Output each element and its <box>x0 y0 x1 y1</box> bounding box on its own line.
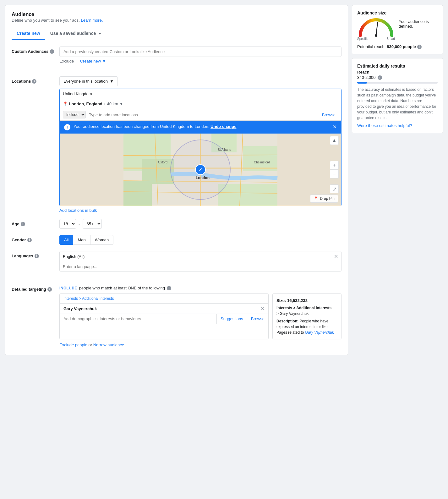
tab-saved-audience[interactable]: Use a saved audience ▼ <box>45 28 107 40</box>
radius-arrow: ▼ <box>119 101 123 106</box>
london-chip: 📍 London, England + 40 km ▼ <box>60 99 341 109</box>
languages-label: Languages i <box>12 251 56 258</box>
detailed-targeting-section: Detailed targeting i INCLUDE people who … <box>12 286 341 348</box>
gender-all-button[interactable]: All <box>59 235 73 245</box>
drop-pin-button[interactable]: 📍 Drop Pin <box>310 195 338 203</box>
reach-value: 340-2,000 i <box>357 75 438 80</box>
page-title: Audience <box>12 12 341 17</box>
languages-row: Languages i English (All) ✕ <box>12 251 341 271</box>
exclude-narrow-row: Exclude people or Narrow audience <box>59 339 341 348</box>
age-info-icon[interactable]: i <box>21 222 25 226</box>
age-content: 18 - 65+ <box>59 219 341 229</box>
detailed-targeting-info-icon[interactable]: i <box>47 287 52 292</box>
svg-line-21 <box>376 22 378 36</box>
custom-audiences-content: Exclude | Create new ▼ <box>59 47 341 63</box>
exclude-people-link[interactable]: Exclude people <box>59 343 87 347</box>
audience-actions: Exclude | Create new ▼ <box>59 59 341 63</box>
svg-text:Chelmsford: Chelmsford <box>254 161 270 164</box>
interests-breadcrumb[interactable]: Interests > Additional interests <box>60 294 268 304</box>
interest-search-input[interactable] <box>60 314 216 324</box>
language-input[interactable] <box>60 262 341 271</box>
create-new-link[interactable]: Create new ▼ <box>80 59 106 63</box>
add-locations-bulk-link[interactable]: Add locations in bulk <box>59 208 97 213</box>
estimated-results-title: Estimated daily results <box>357 63 438 69</box>
tooltip-interests: Interests > Additional interests > Gary … <box>276 305 337 316</box>
gender-row: Gender i All Men Women <box>12 235 341 245</box>
gauge-container: Specific Broad Your audience is defined. <box>357 17 438 41</box>
svg-text:✓: ✓ <box>199 167 202 172</box>
language-remove-icon[interactable]: ✕ <box>334 254 338 260</box>
reach-progress-bar <box>357 82 438 84</box>
suggestions-link[interactable]: Suggestions <box>217 314 247 324</box>
map-svg: ✓ Oxford St Albans Chelmsford London <box>60 134 341 206</box>
age-dash: - <box>79 222 80 227</box>
language-tag: English (All) <box>63 254 85 259</box>
dropdown-arrow: ▼ <box>110 79 114 84</box>
gender-women-button[interactable]: Women <box>90 235 114 245</box>
tab-saved-arrow: ▼ <box>98 32 101 36</box>
detailed-targeting-content: INCLUDE people who match at least ONE of… <box>59 286 341 348</box>
languages-content: English (All) ✕ <box>59 251 341 271</box>
detailed-targeting-match-info-icon[interactable]: i <box>167 286 171 290</box>
gender-info-icon[interactable]: i <box>27 238 32 242</box>
reach-label: Reach <box>357 70 438 74</box>
potential-reach-info-icon[interactable]: i <box>417 45 422 49</box>
interest-remove-icon[interactable]: ✕ <box>261 306 265 311</box>
undo-link[interactable]: Undo change <box>210 124 236 129</box>
locations-label: Locations i <box>12 76 56 84</box>
location-pin-icon: 📍 <box>63 101 68 106</box>
detailed-box-wrapper: Interests > Additional interests Gary Va… <box>59 293 341 339</box>
tab-create-new[interactable]: Create new <box>12 28 45 40</box>
map-fullscreen-icon[interactable]: ⤢ <box>330 184 339 193</box>
gauge-broad-label: Broad <box>386 37 395 41</box>
audience-header: Audience Define who you want to see your… <box>12 12 341 23</box>
languages-info-icon[interactable]: i <box>35 254 39 258</box>
interest-input-row: Suggestions Browse <box>60 314 268 324</box>
divider: | <box>76 59 77 63</box>
include-select[interactable]: Include <box>63 111 86 118</box>
tooltip-desc-label: Description: <box>276 319 298 323</box>
age-max-select[interactable]: 65+ <box>83 219 102 229</box>
gauge-specific-label: Specific <box>357 37 368 41</box>
svg-text:St Albans: St Albans <box>218 148 231 151</box>
narrow-audience-link[interactable]: Narrow audience <box>93 343 124 347</box>
custom-audiences-info-icon[interactable]: i <box>50 49 54 54</box>
exclude-link[interactable]: Exclude <box>59 59 74 63</box>
interest-name: Gary Vaynerchuk <box>63 306 97 311</box>
location-search-input[interactable] <box>88 111 320 118</box>
learn-more-link[interactable]: Learn more. <box>81 18 103 23</box>
gender-buttons: All Men Women <box>59 235 341 245</box>
age-row: Age i 18 - 65+ <box>12 219 341 229</box>
location-type-dropdown[interactable]: Everyone in this location ▼ <box>59 76 118 86</box>
custom-audiences-input[interactable] <box>59 47 341 57</box>
browse-interests-link[interactable]: Browse <box>247 314 268 324</box>
age-label: Age i <box>12 219 56 226</box>
helpful-link[interactable]: Were these estimates helpful? <box>357 123 438 128</box>
location-map: ✓ Oxford St Albans Chelmsford London ▲ <box>60 134 341 206</box>
reach-info-icon[interactable]: i <box>378 75 382 80</box>
potential-reach: Potential reach: 830,000 people i <box>357 44 438 49</box>
detailed-interests-box: Interests > Additional interests Gary Va… <box>59 293 269 339</box>
gauge-wrapper: Specific Broad <box>357 17 395 41</box>
gender-men-button[interactable]: Men <box>73 235 90 245</box>
language-tag-row: English (All) ✕ <box>60 251 341 262</box>
notif-text: Your audience location has been changed … <box>74 124 330 129</box>
map-zoom-in-button[interactable]: + <box>330 161 339 170</box>
audience-gauge <box>357 17 395 39</box>
map-zoom-out-button[interactable]: − <box>330 170 339 178</box>
include-label: INCLUDE <box>59 286 77 290</box>
age-min-select[interactable]: 18 <box>59 219 76 229</box>
svg-text:Oxford: Oxford <box>158 161 167 164</box>
interest-actions: Suggestions Browse <box>216 314 268 324</box>
tooltip-desc-italic: Gary Vaynerchuk <box>305 330 334 335</box>
audience-tabs: Create new Use a saved audience ▼ <box>12 28 341 40</box>
svg-point-22 <box>375 34 377 37</box>
notif-close-icon[interactable]: ✕ <box>333 124 337 130</box>
radius-selector[interactable]: + 40 km ▼ <box>103 101 123 106</box>
interest-tooltip: Size: 16,532,232 Interests > Additional … <box>272 293 341 339</box>
svg-text:London: London <box>196 176 210 180</box>
svg-rect-5 <box>123 181 152 206</box>
svg-rect-6 <box>218 184 277 206</box>
browse-link[interactable]: Browse <box>322 112 338 117</box>
locations-info-icon[interactable]: i <box>32 79 36 84</box>
